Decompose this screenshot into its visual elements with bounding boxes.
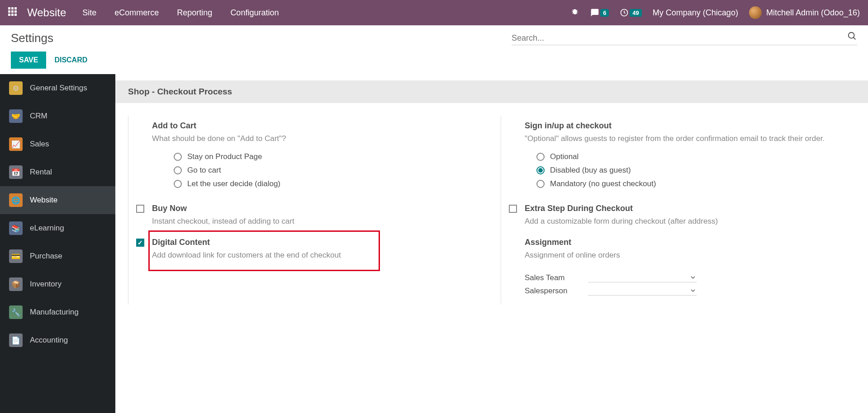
radio-label: Mandatory (no guest checkout) xyxy=(550,179,656,188)
radio-icon xyxy=(174,166,182,174)
radio-label: Let the user decide (dialog) xyxy=(187,179,280,188)
nav-reporting[interactable]: Reporting xyxy=(177,8,212,18)
sales-team-dropdown[interactable] xyxy=(588,273,697,282)
book-icon: 📚 xyxy=(9,221,23,235)
sidebar-item-purchase[interactable]: 💳Purchase xyxy=(0,242,115,270)
setting-title: Extra Step During Checkout xyxy=(525,204,855,213)
setting-buy-now: Buy Now Instant checkout, instead of add… xyxy=(128,198,483,232)
svg-rect-0 xyxy=(8,7,10,9)
search-icon[interactable] xyxy=(847,31,857,43)
sidebar-item-label: General Settings xyxy=(30,84,87,93)
sidebar-item-accounting[interactable]: 📄Accounting xyxy=(0,326,115,354)
radio-label: Disabled (buy as guest) xyxy=(550,166,631,175)
svg-point-10 xyxy=(849,32,854,38)
checkbox-extra-step[interactable] xyxy=(509,205,517,213)
sidebar-item-label: Rental xyxy=(30,168,52,177)
title-row: Settings xyxy=(0,25,868,51)
radio-icon xyxy=(174,180,182,188)
sidebar-item-label: Inventory xyxy=(30,280,62,289)
chevron-down-icon xyxy=(690,275,696,280)
chevron-down-icon xyxy=(690,288,696,293)
sidebar-item-inventory[interactable]: 📦Inventory xyxy=(0,270,115,298)
setting-title: Buy Now xyxy=(152,204,483,213)
svg-rect-2 xyxy=(14,7,17,9)
setting-assignment: Assignment Assignment of online orders S… xyxy=(501,232,855,305)
sidebar-item-label: CRM xyxy=(30,112,47,121)
user-name: Mitchell Admin (Odoo_16) xyxy=(766,8,860,18)
radio-label: Go to cart xyxy=(187,166,221,175)
apps-menu-icon[interactable] xyxy=(8,7,17,18)
sidebar-item-label: Manufacturing xyxy=(30,308,79,317)
field-label: Sales Team xyxy=(525,273,588,282)
document-icon: 📄 xyxy=(9,333,23,347)
sidebar-item-label: Website xyxy=(30,196,57,205)
field-label: Salesperson xyxy=(525,286,588,296)
radio-option-disabled[interactable]: Disabled (buy as guest) xyxy=(536,166,855,175)
top-navbar: Website Site eCommerce Reporting Configu… xyxy=(0,0,868,25)
settings-content[interactable]: Shop - Checkout Process Add to Cart What… xyxy=(115,74,868,413)
gear-icon: ⚙ xyxy=(9,81,23,95)
svg-rect-6 xyxy=(8,14,10,16)
nav-ecommerce[interactable]: eCommerce xyxy=(114,8,159,18)
setting-title: Sign in/up at checkout xyxy=(525,121,855,131)
setting-desc: What should be done on "Add to Cart"? xyxy=(152,133,483,144)
company-selector[interactable]: My Company (Chicago) xyxy=(653,8,738,18)
search-input[interactable] xyxy=(512,33,847,43)
checkbox-buy-now[interactable] xyxy=(136,205,144,213)
svg-rect-4 xyxy=(11,10,14,13)
setting-digital-content: Digital Content Add download link for cu… xyxy=(128,232,483,305)
setting-desc: Assignment of online orders xyxy=(525,250,855,261)
save-button[interactable]: SAVE xyxy=(11,52,46,69)
svg-line-11 xyxy=(854,37,856,39)
settings-sidebar[interactable]: ⚙General Settings 🤝CRM 📈Sales 📅Rental 🌐W… xyxy=(0,74,115,413)
radio-option-mandatory[interactable]: Mandatory (no guest checkout) xyxy=(536,179,855,188)
salesperson-dropdown[interactable] xyxy=(588,286,697,296)
handshake-icon: 🤝 xyxy=(9,109,23,123)
globe-icon: 🌐 xyxy=(9,193,23,207)
svg-rect-7 xyxy=(11,14,14,16)
checkbox-digital-content[interactable] xyxy=(136,239,144,247)
sidebar-item-manufacturing[interactable]: 🔧Manufacturing xyxy=(0,298,115,326)
messages-icon[interactable]: 6 xyxy=(590,8,609,17)
messages-badge: 6 xyxy=(600,9,609,17)
section-header: Shop - Checkout Process xyxy=(115,80,868,103)
svg-rect-8 xyxy=(14,14,17,16)
field-sales-team: Sales Team xyxy=(525,273,855,282)
settings-grid: Add to Cart What should be done on "Add … xyxy=(115,103,868,309)
setting-extra-step: Extra Step During Checkout Add a customi… xyxy=(501,198,855,232)
sidebar-item-crm[interactable]: 🤝CRM xyxy=(0,102,115,130)
main: ⚙General Settings 🤝CRM 📈Sales 📅Rental 🌐W… xyxy=(0,74,868,413)
sidebar-item-sales[interactable]: 📈Sales xyxy=(0,130,115,158)
debug-icon[interactable] xyxy=(570,7,579,18)
radio-option-dialog[interactable]: Let the user decide (dialog) xyxy=(174,179,483,188)
nav-configuration[interactable]: Configuration xyxy=(230,8,279,18)
radio-label: Stay on Product Page xyxy=(187,152,262,161)
sidebar-item-elearning[interactable]: 📚eLearning xyxy=(0,214,115,242)
nav-links: Site eCommerce Reporting Configuration xyxy=(82,8,279,18)
setting-desc: Add a customizable form during checkout … xyxy=(525,216,855,227)
radio-option-stay[interactable]: Stay on Product Page xyxy=(174,152,483,161)
setting-title: Add to Cart xyxy=(152,121,483,131)
svg-rect-3 xyxy=(8,10,10,13)
sidebar-item-label: eLearning xyxy=(30,224,64,233)
nav-site[interactable]: Site xyxy=(82,8,96,18)
sidebar-item-label: Purchase xyxy=(30,252,62,261)
app-brand[interactable]: Website xyxy=(27,6,66,19)
setting-signin: Sign in/up at checkout "Optional" allows… xyxy=(501,116,855,198)
setting-title: Assignment xyxy=(525,238,855,247)
sidebar-item-website[interactable]: 🌐Website xyxy=(0,186,115,214)
radio-option-optional[interactable]: Optional xyxy=(536,152,855,161)
discard-button[interactable]: DISCARD xyxy=(52,52,90,69)
radio-option-go-to-cart[interactable]: Go to cart xyxy=(174,166,483,175)
sidebar-item-rental[interactable]: 📅Rental xyxy=(0,158,115,186)
sidebar-item-general-settings[interactable]: ⚙General Settings xyxy=(0,74,115,102)
svg-rect-1 xyxy=(11,7,14,9)
chart-icon: 📈 xyxy=(9,137,23,151)
radio-label: Optional xyxy=(550,152,579,161)
setting-desc: "Optional" allows guests to register fro… xyxy=(525,133,855,144)
activities-icon[interactable]: 49 xyxy=(620,8,641,17)
box-icon: 📦 xyxy=(9,277,23,291)
user-menu[interactable]: Mitchell Admin (Odoo_16) xyxy=(749,6,860,19)
setting-desc: Instant checkout, instead of adding to c… xyxy=(152,216,483,227)
radio-icon xyxy=(174,153,182,161)
